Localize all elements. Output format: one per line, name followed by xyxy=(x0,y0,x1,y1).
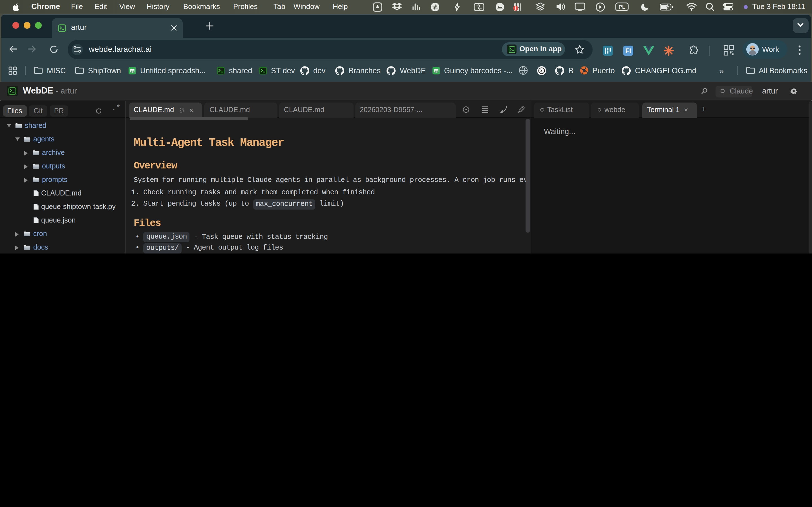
svg-text:PL: PL xyxy=(619,4,626,10)
svg-text:FI: FI xyxy=(625,47,631,54)
